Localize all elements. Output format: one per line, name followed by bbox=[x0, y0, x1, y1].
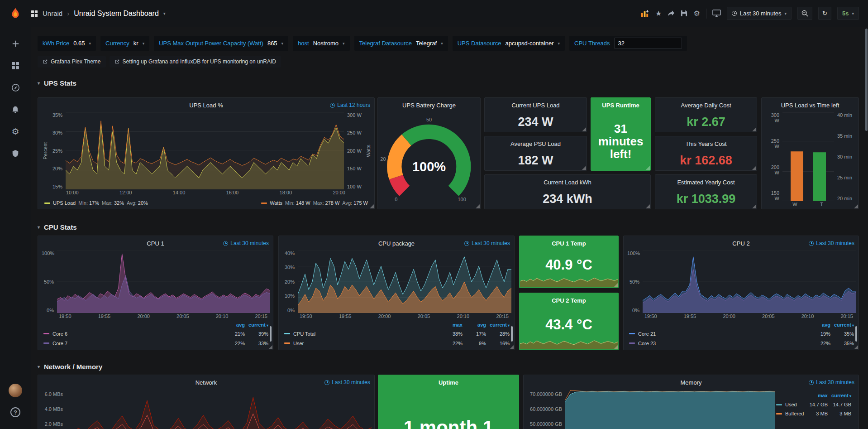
refresh-interval-picker[interactable]: 5s▾ bbox=[837, 7, 859, 20]
panel-time-range-tag[interactable]: Last 30 minutes bbox=[464, 240, 510, 246]
ups-load-chart[interactable] bbox=[66, 112, 344, 189]
panel-resize-handle[interactable] bbox=[752, 166, 756, 170]
server-admin-shield-icon[interactable] bbox=[11, 149, 19, 158]
grafana-logo[interactable] bbox=[0, 7, 31, 20]
panel-time-range-tag[interactable]: Last 30 minutes bbox=[324, 379, 370, 386]
legend-series-name[interactable]: Used bbox=[785, 402, 797, 407]
panel-title[interactable]: UPS Battery Charge bbox=[402, 102, 456, 109]
panel-title[interactable]: Uptime bbox=[439, 379, 458, 386]
zoom-out-icon[interactable] bbox=[797, 7, 812, 20]
legend-series-name[interactable]: Core 23 bbox=[638, 341, 656, 346]
legend-column-avg[interactable]: avg bbox=[807, 322, 830, 328]
network-chart[interactable] bbox=[66, 390, 372, 429]
refresh-icon[interactable]: ↻ bbox=[818, 7, 831, 20]
cpu-package-chart[interactable] bbox=[298, 251, 511, 313]
variable-kwh-price[interactable]: kWh Price0.65▾ bbox=[38, 36, 96, 51]
panel-title[interactable]: Current Load kWh bbox=[544, 179, 591, 186]
legend-column-current[interactable]: current▾ bbox=[245, 322, 268, 328]
panel-title[interactable]: This Years Cost bbox=[685, 140, 726, 147]
cpu2-chart[interactable] bbox=[643, 251, 856, 313]
panel-resize-handle[interactable] bbox=[854, 204, 858, 208]
panel-title[interactable]: UPS Load % bbox=[189, 102, 223, 109]
panel-resize-handle[interactable] bbox=[582, 127, 586, 131]
row-header-cpu-stats[interactable]: ▾CPU Stats bbox=[38, 223, 77, 231]
legend-column-avg[interactable]: avg bbox=[221, 322, 245, 328]
share-icon[interactable] bbox=[668, 10, 675, 17]
panel-title[interactable]: CPU 1 bbox=[147, 240, 164, 247]
help-icon[interactable]: ? bbox=[10, 407, 20, 417]
breadcrumb-folder[interactable]: Unraid bbox=[43, 10, 62, 17]
memory-chart[interactable] bbox=[565, 390, 775, 429]
page-scrollbar[interactable] bbox=[865, 29, 868, 131]
panel-resize-handle[interactable] bbox=[370, 204, 374, 208]
legend-column-avg[interactable]: avg bbox=[463, 322, 486, 328]
panel-title[interactable]: CPU package bbox=[378, 240, 415, 247]
variable-input[interactable]: 32 bbox=[614, 38, 682, 49]
panel-title[interactable]: Network bbox=[196, 379, 217, 386]
panel-resize-handle[interactable] bbox=[510, 345, 514, 349]
explore-compass-icon[interactable] bbox=[11, 83, 20, 92]
legend-series-name[interactable]: Core 21 bbox=[638, 331, 656, 337]
legend-series-name[interactable]: UPS Load bbox=[53, 200, 76, 206]
legend-scrollbar[interactable] bbox=[511, 326, 513, 342]
row-header-ups-stats[interactable]: ▾UPS Stats bbox=[38, 79, 76, 87]
panel-title[interactable]: CPU 2 Temp bbox=[552, 297, 586, 304]
panel-resize-handle[interactable] bbox=[646, 166, 650, 170]
panel-resize-handle[interactable] bbox=[646, 204, 650, 208]
save-icon[interactable] bbox=[681, 10, 687, 17]
panel-resize-handle[interactable] bbox=[582, 166, 586, 170]
legend-scrollbar[interactable] bbox=[855, 326, 857, 342]
legend-column-current[interactable]: current▾ bbox=[830, 322, 854, 328]
panel-time-range-tag[interactable]: Last 30 minutes bbox=[809, 379, 854, 386]
panel-resize-handle[interactable] bbox=[614, 345, 618, 349]
variable-currency[interactable]: Currencykr▾ bbox=[100, 36, 149, 51]
panel-title[interactable]: Average Daily Cost bbox=[681, 102, 731, 109]
legend-series-name[interactable]: Core 6 bbox=[52, 331, 67, 337]
configuration-gear-icon[interactable]: ⚙ bbox=[11, 127, 19, 136]
ups-vs-time-chart[interactable] bbox=[782, 112, 834, 201]
legend-series-name[interactable]: CPU Total bbox=[293, 331, 315, 337]
variable-cpu-threads[interactable]: CPU Threads32 bbox=[569, 36, 687, 51]
panel-resize-handle[interactable] bbox=[614, 283, 618, 287]
legend-column-current[interactable]: current▾ bbox=[828, 393, 851, 398]
panel-title[interactable]: Current UPS Load bbox=[511, 102, 559, 109]
legend-column-max[interactable]: max bbox=[439, 322, 463, 328]
add-panel-icon[interactable] bbox=[641, 10, 649, 17]
panel-resize-handle[interactable] bbox=[752, 127, 756, 131]
chevron-down-icon[interactable]: ▾ bbox=[163, 11, 166, 16]
dashboard-settings-gear-icon[interactable]: ⚙ bbox=[693, 10, 700, 17]
breadcrumb-dashboard-title[interactable]: Unraid System Dashboard bbox=[74, 10, 159, 18]
dashboard-grid-icon[interactable] bbox=[31, 10, 38, 17]
create-plus-icon[interactable] bbox=[11, 39, 20, 48]
time-range-picker[interactable]: Last 30 minutes▾ bbox=[727, 7, 792, 20]
panel-title[interactable]: Average PSU Load bbox=[510, 140, 561, 147]
panel-time-range-tag[interactable]: Last 30 minutes bbox=[809, 240, 854, 246]
panel-resize-handle[interactable] bbox=[476, 204, 480, 208]
panel-title[interactable]: Estimated Yearly Cost bbox=[677, 179, 734, 186]
panel-time-range-tag[interactable]: Last 12 hours bbox=[330, 102, 370, 108]
legend-scrollbar[interactable] bbox=[270, 326, 272, 342]
panel-resize-handle[interactable] bbox=[854, 345, 858, 349]
variable-ups-max-output-power-capacity-watt-[interactable]: UPS Max Output Power Capacity (Watt)865▾ bbox=[154, 36, 288, 51]
legend-series-name[interactable]: Core 7 bbox=[52, 341, 67, 346]
variable-host[interactable]: hostNostromo▾ bbox=[293, 36, 349, 51]
legend-series-name[interactable]: Buffered bbox=[785, 411, 804, 416]
panel-resize-handle[interactable] bbox=[268, 345, 272, 349]
dashboard-link[interactable]: Grafana Plex Theme bbox=[38, 56, 106, 67]
row-header-network-memory[interactable]: ▾Network / Memory bbox=[38, 363, 102, 371]
legend-series-name[interactable]: Watts bbox=[270, 200, 282, 206]
legend-series-name[interactable]: User bbox=[293, 341, 304, 346]
variable-telegraf-datasource[interactable]: Telegraf DatasourceTelegraf▾ bbox=[354, 36, 448, 51]
user-avatar[interactable] bbox=[9, 384, 22, 397]
alerting-bell-icon[interactable] bbox=[11, 106, 19, 114]
panel-time-range-tag[interactable]: Last 30 minutes bbox=[223, 240, 269, 246]
panel-title[interactable]: CPU 2 bbox=[732, 240, 749, 247]
panel-resize-handle[interactable] bbox=[752, 204, 756, 208]
tv-mode-icon[interactable] bbox=[712, 10, 721, 17]
variable-ups-datasource[interactable]: UPS Datasourceapcupsd-container▾ bbox=[453, 36, 565, 51]
panel-title[interactable]: CPU 1 Temp bbox=[552, 240, 586, 247]
star-icon[interactable]: ★ bbox=[655, 10, 662, 17]
panel-title[interactable]: UPS Load vs Time left bbox=[781, 102, 839, 109]
dashboard-link[interactable]: Setting up Grafana and InfluxDB for UPS … bbox=[110, 56, 281, 67]
battery-gauge[interactable]: 100% 02050100 bbox=[378, 112, 480, 209]
